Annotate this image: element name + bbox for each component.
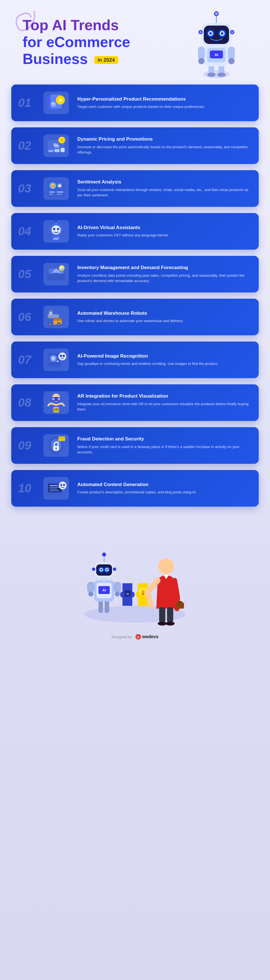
svg-rect-41 xyxy=(54,149,59,152)
trend-item-01: 01 ★ Hyper-Personalized Product Recommen… xyxy=(11,84,259,121)
svg-text:↑: ↑ xyxy=(61,138,63,142)
item-icon-area-07 xyxy=(41,347,72,372)
svg-rect-60 xyxy=(47,273,65,281)
page-title: Top AI Trends for eCommerce Business in … xyxy=(22,17,158,67)
svg-text:24/7: 24/7 xyxy=(53,237,59,240)
svg-point-84 xyxy=(62,355,65,357)
item-icon-area-08: AR xyxy=(41,390,72,415)
svg-text:😊: 😊 xyxy=(51,183,56,188)
brand-name: wedevs xyxy=(142,634,158,640)
svg-point-129 xyxy=(102,552,106,557)
virtual-assistant-icon: 24/7 xyxy=(43,220,69,243)
item-description-02: Increase or decrease the price automatic… xyxy=(77,144,252,155)
svg-text:AR: AR xyxy=(54,408,59,412)
item-number-10: 10 xyxy=(18,482,38,494)
svg-rect-115 xyxy=(87,582,94,593)
item-content-06: Automated Warehouse Robots Use robots an… xyxy=(75,310,252,324)
item-title-04: AI-Driven Virtual Assistants xyxy=(77,224,252,231)
svg-point-105 xyxy=(63,484,65,486)
svg-point-118 xyxy=(115,592,120,597)
svg-point-127 xyxy=(106,569,108,571)
trend-item-08: 08 AR xyxy=(11,384,259,421)
svg-text:%: % xyxy=(53,142,59,149)
sentiment-analysis-icon: 😊 💬 xyxy=(43,177,69,200)
svg-rect-10 xyxy=(228,46,235,60)
svg-rect-63 xyxy=(47,280,65,283)
item-number-04: 04 xyxy=(18,226,38,237)
trend-item-05: 05 📊 Inventory Management and Demand For xyxy=(11,256,259,293)
svg-rect-100 xyxy=(50,487,60,488)
item-title-01: Hyper-Personalized Product Recommendatio… xyxy=(77,96,252,102)
item-content-07: AI-Powered Image Recognition Say goodbye… xyxy=(75,353,252,367)
svg-text:★: ★ xyxy=(58,98,62,103)
item-title-10: Automated Content Generation xyxy=(77,482,252,488)
product-recommendations-icon: ★ xyxy=(43,92,69,114)
svg-point-57 xyxy=(55,220,57,223)
svg-rect-50 xyxy=(57,191,64,193)
svg-point-92 xyxy=(62,402,63,404)
svg-point-88 xyxy=(58,398,61,400)
item-number-09: 09 xyxy=(18,439,38,452)
svg-point-4 xyxy=(217,73,226,77)
svg-point-54 xyxy=(53,228,55,230)
item-number-01: 01 xyxy=(18,97,38,109)
dynamic-pricing-icon: % ↑ xyxy=(43,134,69,157)
content-generation-icon xyxy=(43,477,69,500)
svg-point-140 xyxy=(166,622,175,625)
trend-item-06: 06 xyxy=(11,299,259,335)
svg-rect-135 xyxy=(142,593,144,595)
svg-point-12 xyxy=(228,58,235,64)
svg-rect-138 xyxy=(167,607,173,623)
item-content-04: AI-Driven Virtual Assistants Reply your … xyxy=(75,224,252,238)
svg-text:AI: AI xyxy=(214,53,218,57)
svg-point-73 xyxy=(49,323,51,325)
year-badge: in 2024 xyxy=(94,56,118,64)
svg-point-26 xyxy=(215,13,217,15)
svg-point-83 xyxy=(60,355,62,357)
fraud-detection-icon xyxy=(43,434,69,457)
svg-point-11 xyxy=(198,58,204,64)
item-content-09: Fraud Detection and Security Notice if y… xyxy=(75,436,252,455)
footer-section: AI xyxy=(0,524,270,651)
robot-illustration: AI xyxy=(180,8,253,88)
item-title-08: AR Integration for Product Visualization xyxy=(77,393,252,399)
item-icon-area-04: 24/7 xyxy=(41,219,72,244)
trend-item-10: 10 xyxy=(11,470,259,507)
svg-point-3 xyxy=(207,73,216,77)
svg-rect-96 xyxy=(58,438,65,439)
item-number-07: 07 xyxy=(18,354,38,366)
item-content-05: Inventory Management and Demand Forecast… xyxy=(75,264,252,283)
svg-rect-107 xyxy=(48,494,62,495)
item-content-01: Hyper-Personalized Product Recommendatio… xyxy=(75,96,252,110)
svg-rect-137 xyxy=(159,607,165,623)
svg-point-130 xyxy=(92,568,95,571)
item-number-08: 08 xyxy=(18,397,38,409)
item-title-06: Automated Warehouse Robots xyxy=(77,310,252,317)
svg-point-75 xyxy=(58,323,60,325)
svg-point-22 xyxy=(211,32,212,33)
item-icon-area-05: 📊 xyxy=(41,261,72,287)
svg-rect-48 xyxy=(49,191,55,193)
item-content-02: Dynamic Pricing and Promotions Increase … xyxy=(75,136,252,155)
svg-rect-101 xyxy=(50,488,57,490)
title-line1: Top AI Trends xyxy=(22,17,119,33)
item-icon-area-10 xyxy=(41,476,72,501)
image-recognition-icon xyxy=(43,348,69,371)
svg-rect-69 xyxy=(48,314,59,318)
svg-point-28 xyxy=(200,31,201,33)
svg-point-91 xyxy=(49,402,51,404)
svg-rect-42 xyxy=(61,148,65,152)
item-title-03: Sentiment Analysis xyxy=(77,179,252,185)
item-content-03: Sentiment Analysis Scan all your custome… xyxy=(75,179,252,198)
item-icon-area-06 xyxy=(41,304,72,330)
item-content-10: Automated Content Generation Create prod… xyxy=(75,482,252,495)
title-line3: Business xyxy=(22,51,88,67)
page-wrapper: Top AI Trends for eCommerce Business in … xyxy=(0,0,270,651)
svg-point-124 xyxy=(101,569,102,571)
svg-text:AI: AI xyxy=(102,588,106,592)
item-description-05: Analyze countless data points including … xyxy=(77,273,252,284)
item-description-04: Reply your customers 24/7 without any la… xyxy=(77,232,252,238)
item-number-02: 02 xyxy=(18,140,38,151)
footer-brand: Designed by w wedevs xyxy=(112,634,158,640)
svg-text:📊: 📊 xyxy=(60,266,64,270)
